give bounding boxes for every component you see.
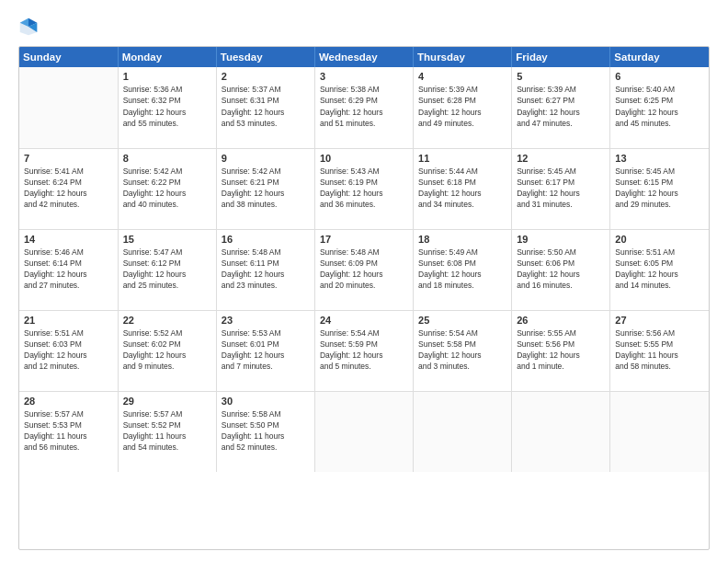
calendar-cell: 21Sunrise: 5:51 AM Sunset: 6:03 PM Dayli… xyxy=(19,310,118,391)
day-number: 29 xyxy=(123,396,211,407)
header-row: SundayMondayTuesdayWednesdayThursdayFrid… xyxy=(19,47,709,67)
day-info: Sunrise: 5:37 AM Sunset: 6:31 PM Dayligh… xyxy=(222,84,310,129)
day-number: 26 xyxy=(517,315,605,326)
calendar-cell: 18Sunrise: 5:49 AM Sunset: 6:08 PM Dayli… xyxy=(414,229,512,310)
day-info: Sunrise: 5:42 AM Sunset: 6:21 PM Dayligh… xyxy=(222,166,310,211)
day-info: Sunrise: 5:57 AM Sunset: 5:53 PM Dayligh… xyxy=(24,408,113,454)
day-number: 18 xyxy=(418,234,506,245)
calendar-cell xyxy=(610,391,709,472)
calendar-cell: 1Sunrise: 5:36 AM Sunset: 6:32 PM Daylig… xyxy=(118,67,216,148)
day-number: 9 xyxy=(222,153,310,164)
day-number: 24 xyxy=(320,315,408,326)
calendar-cell: 12Sunrise: 5:45 AM Sunset: 6:17 PM Dayli… xyxy=(512,148,610,229)
calendar-cell: 25Sunrise: 5:54 AM Sunset: 5:58 PM Dayli… xyxy=(414,310,512,391)
day-info: Sunrise: 5:39 AM Sunset: 6:27 PM Dayligh… xyxy=(517,84,605,129)
weekday-header: Tuesday xyxy=(216,47,314,67)
calendar-cell: 4Sunrise: 5:39 AM Sunset: 6:28 PM Daylig… xyxy=(414,67,512,148)
calendar-cell: 17Sunrise: 5:48 AM Sunset: 6:09 PM Dayli… xyxy=(314,229,413,310)
day-number: 17 xyxy=(320,234,408,245)
calendar-cell: 26Sunrise: 5:55 AM Sunset: 5:56 PM Dayli… xyxy=(512,310,610,391)
logo xyxy=(18,17,42,37)
day-info: Sunrise: 5:49 AM Sunset: 6:08 PM Dayligh… xyxy=(418,247,506,292)
header xyxy=(18,17,710,37)
weekday-header: Saturday xyxy=(610,47,709,67)
day-info: Sunrise: 5:47 AM Sunset: 6:12 PM Dayligh… xyxy=(123,247,211,292)
day-info: Sunrise: 5:40 AM Sunset: 6:25 PM Dayligh… xyxy=(615,84,704,129)
day-info: Sunrise: 5:48 AM Sunset: 6:11 PM Dayligh… xyxy=(222,247,310,292)
day-info: Sunrise: 5:55 AM Sunset: 5:56 PM Dayligh… xyxy=(517,327,605,373)
day-number: 4 xyxy=(418,71,506,82)
calendar-cell: 22Sunrise: 5:52 AM Sunset: 6:02 PM Dayli… xyxy=(118,310,216,391)
day-number: 2 xyxy=(222,71,310,82)
weekday-header: Friday xyxy=(512,47,610,67)
calendar-cell xyxy=(314,391,413,472)
day-info: Sunrise: 5:57 AM Sunset: 5:52 PM Dayligh… xyxy=(123,408,211,454)
day-info: Sunrise: 5:45 AM Sunset: 6:15 PM Dayligh… xyxy=(615,166,704,211)
weekday-header: Sunday xyxy=(19,47,118,67)
calendar-cell xyxy=(414,391,512,472)
day-info: Sunrise: 5:51 AM Sunset: 6:05 PM Dayligh… xyxy=(615,247,704,292)
calendar-week-row: 1Sunrise: 5:36 AM Sunset: 6:32 PM Daylig… xyxy=(19,67,709,148)
day-number: 16 xyxy=(222,234,310,245)
calendar-cell: 3Sunrise: 5:38 AM Sunset: 6:29 PM Daylig… xyxy=(314,67,413,148)
day-number: 8 xyxy=(123,153,211,164)
calendar-cell: 11Sunrise: 5:44 AM Sunset: 6:18 PM Dayli… xyxy=(414,148,512,229)
day-info: Sunrise: 5:46 AM Sunset: 6:14 PM Dayligh… xyxy=(24,247,113,292)
calendar-week-row: 28Sunrise: 5:57 AM Sunset: 5:53 PM Dayli… xyxy=(19,391,709,472)
day-info: Sunrise: 5:38 AM Sunset: 6:29 PM Dayligh… xyxy=(320,84,408,129)
logo-icon xyxy=(18,17,39,37)
day-number: 13 xyxy=(615,153,704,164)
weekday-header: Wednesday xyxy=(314,47,413,67)
day-info: Sunrise: 5:53 AM Sunset: 6:01 PM Dayligh… xyxy=(222,327,310,373)
day-number: 28 xyxy=(24,396,113,407)
day-info: Sunrise: 5:58 AM Sunset: 5:50 PM Dayligh… xyxy=(222,408,310,454)
day-number: 19 xyxy=(517,234,605,245)
calendar-cell: 8Sunrise: 5:42 AM Sunset: 6:22 PM Daylig… xyxy=(118,148,216,229)
day-info: Sunrise: 5:54 AM Sunset: 5:59 PM Dayligh… xyxy=(320,327,408,373)
day-number: 23 xyxy=(222,315,310,326)
day-number: 11 xyxy=(418,153,506,164)
calendar-cell: 9Sunrise: 5:42 AM Sunset: 6:21 PM Daylig… xyxy=(216,148,314,229)
calendar-table: SundayMondayTuesdayWednesdayThursdayFrid… xyxy=(19,47,709,472)
day-number: 12 xyxy=(517,153,605,164)
calendar-cell: 13Sunrise: 5:45 AM Sunset: 6:15 PM Dayli… xyxy=(610,148,709,229)
day-info: Sunrise: 5:56 AM Sunset: 5:55 PM Dayligh… xyxy=(615,327,704,373)
day-info: Sunrise: 5:54 AM Sunset: 5:58 PM Dayligh… xyxy=(418,327,506,373)
day-number: 10 xyxy=(320,153,408,164)
calendar-cell: 27Sunrise: 5:56 AM Sunset: 5:55 PM Dayli… xyxy=(610,310,709,391)
calendar-cell: 5Sunrise: 5:39 AM Sunset: 6:27 PM Daylig… xyxy=(512,67,610,148)
calendar-cell: 16Sunrise: 5:48 AM Sunset: 6:11 PM Dayli… xyxy=(216,229,314,310)
day-number: 22 xyxy=(123,315,211,326)
calendar: SundayMondayTuesdayWednesdayThursdayFrid… xyxy=(18,46,710,550)
day-info: Sunrise: 5:48 AM Sunset: 6:09 PM Dayligh… xyxy=(320,247,408,292)
calendar-cell: 20Sunrise: 5:51 AM Sunset: 6:05 PM Dayli… xyxy=(610,229,709,310)
calendar-cell: 10Sunrise: 5:43 AM Sunset: 6:19 PM Dayli… xyxy=(314,148,413,229)
calendar-cell: 29Sunrise: 5:57 AM Sunset: 5:52 PM Dayli… xyxy=(118,391,216,472)
day-info: Sunrise: 5:52 AM Sunset: 6:02 PM Dayligh… xyxy=(123,327,211,373)
calendar-week-row: 7Sunrise: 5:41 AM Sunset: 6:24 PM Daylig… xyxy=(19,148,709,229)
weekday-header: Thursday xyxy=(414,47,512,67)
calendar-week-row: 14Sunrise: 5:46 AM Sunset: 6:14 PM Dayli… xyxy=(19,229,709,310)
day-number: 3 xyxy=(320,71,408,82)
day-number: 27 xyxy=(615,315,704,326)
day-number: 6 xyxy=(615,71,704,82)
calendar-cell: 24Sunrise: 5:54 AM Sunset: 5:59 PM Dayli… xyxy=(314,310,413,391)
calendar-cell xyxy=(512,391,610,472)
day-number: 21 xyxy=(24,315,113,326)
day-info: Sunrise: 5:45 AM Sunset: 6:17 PM Dayligh… xyxy=(517,166,605,211)
calendar-cell: 28Sunrise: 5:57 AM Sunset: 5:53 PM Dayli… xyxy=(19,391,118,472)
day-number: 14 xyxy=(24,234,113,245)
day-number: 30 xyxy=(222,396,310,407)
day-info: Sunrise: 5:44 AM Sunset: 6:18 PM Dayligh… xyxy=(418,166,506,211)
day-info: Sunrise: 5:39 AM Sunset: 6:28 PM Dayligh… xyxy=(418,84,506,129)
calendar-cell: 7Sunrise: 5:41 AM Sunset: 6:24 PM Daylig… xyxy=(19,148,118,229)
calendar-cell: 23Sunrise: 5:53 AM Sunset: 6:01 PM Dayli… xyxy=(216,310,314,391)
calendar-cell: 2Sunrise: 5:37 AM Sunset: 6:31 PM Daylig… xyxy=(216,67,314,148)
day-number: 15 xyxy=(123,234,211,245)
day-info: Sunrise: 5:41 AM Sunset: 6:24 PM Dayligh… xyxy=(24,166,113,211)
weekday-header: Monday xyxy=(118,47,216,67)
day-info: Sunrise: 5:43 AM Sunset: 6:19 PM Dayligh… xyxy=(320,166,408,211)
day-info: Sunrise: 5:36 AM Sunset: 6:32 PM Dayligh… xyxy=(123,84,211,129)
calendar-cell: 30Sunrise: 5:58 AM Sunset: 5:50 PM Dayli… xyxy=(216,391,314,472)
day-number: 1 xyxy=(123,71,211,82)
